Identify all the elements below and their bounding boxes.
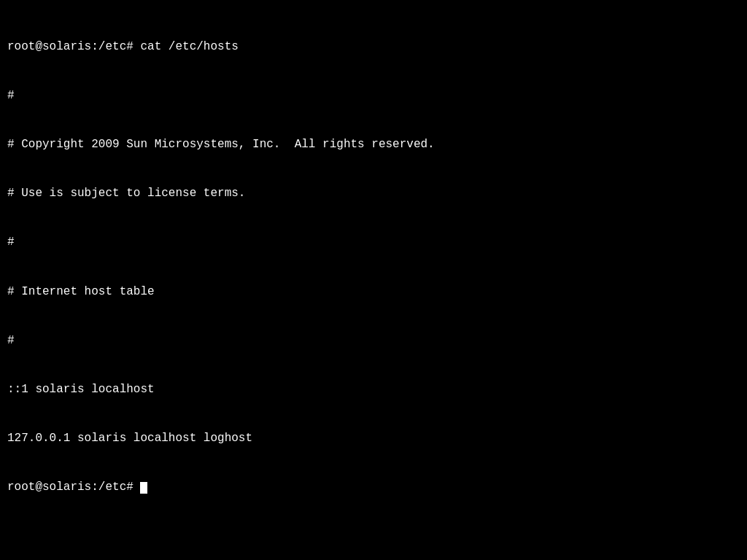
terminal-line-8: ::1 solaris localhost	[7, 381, 740, 397]
terminal-prompt: root@solaris:/etc#	[7, 481, 140, 494]
terminal-line-9: 127.0.0.1 solaris localhost loghost	[7, 430, 740, 446]
terminal-line-1: root@solaris:/etc# cat /etc/hosts	[7, 39, 740, 55]
terminal-line-2: #	[7, 88, 740, 104]
terminal-line-5: #	[7, 234, 740, 250]
terminal-prompt-line: root@solaris:/etc#	[7, 479, 740, 495]
terminal-line-4: # Use is subject to license terms.	[7, 185, 740, 201]
terminal-line-6: # Internet host table	[7, 284, 740, 300]
terminal-line-3: # Copyright 2009 Sun Microsystems, Inc. …	[7, 136, 740, 152]
terminal-cursor	[140, 482, 147, 494]
terminal-window[interactable]: root@solaris:/etc# cat /etc/hosts # # Co…	[0, 0, 747, 560]
terminal-line-7: #	[7, 332, 740, 349]
